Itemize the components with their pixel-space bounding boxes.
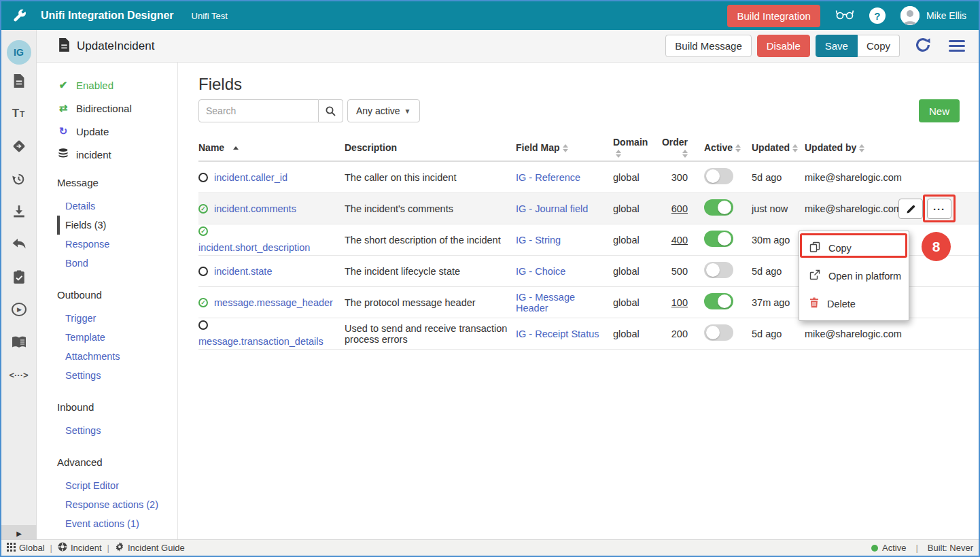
play-icon[interactable]: ▶ xyxy=(1,293,37,326)
field-map-link[interactable]: IG - Choice xyxy=(516,266,565,277)
field-updated: 5d ago xyxy=(752,328,805,339)
active-toggle[interactable] xyxy=(704,231,733,247)
ellipsis-icon[interactable]: ··· xyxy=(927,199,951,219)
section-title: Outbound xyxy=(57,289,177,301)
table-row[interactable]: incident.caller_id The caller on this in… xyxy=(198,162,980,193)
avatar-icon[interactable] xyxy=(900,6,920,25)
col-active[interactable]: Active xyxy=(704,142,752,153)
section-title: Inbound xyxy=(57,401,177,413)
col-domain[interactable]: Domain xyxy=(613,137,661,158)
file-icon[interactable] xyxy=(1,65,37,97)
sidebar-item-response-actions[interactable]: Response actions (2) xyxy=(57,495,177,514)
field-updated: 37m ago xyxy=(752,297,805,308)
user-name[interactable]: Mike Ellis xyxy=(926,10,966,21)
sidebar-item-details[interactable]: Details xyxy=(57,197,177,216)
menu-icon[interactable] xyxy=(946,35,968,57)
sidebar-item-event-actions[interactable]: Event actions (1) xyxy=(57,514,177,533)
field-description: Used to send and receive transaction pro… xyxy=(345,323,516,345)
copy-button[interactable]: Copy xyxy=(858,35,900,57)
active-toggle[interactable] xyxy=(704,168,733,184)
clipboard-check-icon[interactable] xyxy=(1,260,37,293)
section-title: Message xyxy=(57,177,177,188)
col-name[interactable]: Name xyxy=(198,142,345,153)
field-order: 600 xyxy=(671,203,688,214)
help-icon[interactable]: ? xyxy=(869,7,886,24)
statusbar-global[interactable]: Global xyxy=(7,543,45,554)
field-status-icon xyxy=(198,320,208,330)
field-map-link[interactable]: IG - Receipt Status xyxy=(516,328,599,339)
new-button[interactable]: New xyxy=(919,99,960,122)
col-order[interactable]: Order xyxy=(661,137,704,158)
book-icon[interactable] xyxy=(1,326,37,358)
sidebar-item-incident: incident xyxy=(57,148,177,161)
table-row[interactable]: message.transaction_details Used to send… xyxy=(198,318,980,350)
field-map-link[interactable]: IG - Journal field xyxy=(516,203,588,214)
filter-label: Any active xyxy=(356,105,400,116)
build-message-button[interactable]: Build Message xyxy=(665,35,751,57)
reply-icon[interactable] xyxy=(1,228,37,260)
field-name-link[interactable]: incident.comments xyxy=(214,203,296,214)
field-order: 500 xyxy=(671,266,688,277)
field-name-link[interactable]: message.transaction_details xyxy=(198,336,323,347)
sidebar-item-inbound-settings[interactable]: Settings xyxy=(57,421,177,440)
edit-pencil-icon[interactable] xyxy=(898,199,923,219)
disable-button[interactable]: Disable xyxy=(757,35,810,57)
field-status-icon xyxy=(198,298,208,307)
statusbar-incident[interactable]: Incident xyxy=(58,542,102,554)
sidebar-item-bond[interactable]: Bond xyxy=(57,254,177,273)
sidebar-item-fields[interactable]: Fields (3) xyxy=(57,216,177,235)
enabled-label: Enabled xyxy=(76,80,113,91)
sidebar-item-template[interactable]: Template xyxy=(57,328,177,347)
active-toggle[interactable] xyxy=(704,199,733,216)
database-icon xyxy=(57,148,69,161)
active-filter-dropdown[interactable]: Any active ▼ xyxy=(347,99,420,122)
sidebar-item-update: ↻ Update xyxy=(57,125,177,137)
active-toggle[interactable] xyxy=(704,293,733,309)
field-description: The incident's comments xyxy=(345,203,516,214)
sidebar-item-trigger[interactable]: Trigger xyxy=(57,309,177,328)
active-toggle[interactable] xyxy=(704,262,733,278)
field-domain: global xyxy=(613,266,661,277)
statusbar-label: Incident xyxy=(71,543,102,553)
sidebar-item-outbound-settings[interactable]: Settings xyxy=(57,366,177,385)
field-name-link[interactable]: incident.state xyxy=(214,266,272,277)
field-status-icon xyxy=(198,173,208,182)
field-map-link[interactable]: IG - Reference xyxy=(516,172,580,183)
field-name-link[interactable]: incident.caller_id xyxy=(214,172,287,183)
send-icon[interactable] xyxy=(1,130,37,163)
menu-item-open-in-platform[interactable]: Open in platform xyxy=(799,262,909,290)
search-input[interactable] xyxy=(198,99,319,122)
integration-avatar[interactable]: IG xyxy=(7,40,31,65)
field-map-link[interactable]: IG - Message Header xyxy=(516,292,575,314)
refresh-icon[interactable] xyxy=(912,34,934,58)
sidebar-item-bidirectional: ⇄ Bidirectional xyxy=(57,102,177,114)
build-integration-button[interactable]: Build Integration xyxy=(727,5,820,27)
list-controls: Any active ▼ New xyxy=(198,99,960,122)
col-updated-by[interactable]: Updated by xyxy=(805,142,927,153)
menu-item-copy[interactable]: Copy xyxy=(799,234,909,262)
col-field-map[interactable]: Field Map xyxy=(516,142,613,153)
sidebar-item-response[interactable]: Response xyxy=(57,235,177,254)
menu-item-delete[interactable]: Delete xyxy=(799,290,909,318)
sidebar-item-script-editor[interactable]: Script Editor xyxy=(57,476,177,495)
field-name-link[interactable]: incident.short_description xyxy=(198,242,310,253)
sidebar-item-attachments[interactable]: Attachments xyxy=(57,347,177,366)
history-icon[interactable] xyxy=(1,163,37,195)
field-name-link[interactable]: message.message_header xyxy=(214,297,333,308)
col-updated[interactable]: Updated xyxy=(752,142,805,153)
glasses-icon[interactable] xyxy=(835,9,854,23)
statusbar-incident-guide[interactable]: Incident Guide xyxy=(115,542,185,554)
field-order: 100 xyxy=(671,297,688,308)
menu-item-label: Copy xyxy=(828,243,852,254)
text-icon[interactable]: TT xyxy=(1,97,37,130)
active-toggle[interactable] xyxy=(704,324,733,341)
field-updated: 5d ago xyxy=(752,172,805,183)
col-description[interactable]: Description xyxy=(345,142,516,153)
incident-label: incident xyxy=(76,149,111,161)
save-button[interactable]: Save xyxy=(816,35,858,57)
code-icon[interactable]: <···> xyxy=(1,358,37,391)
field-map-link[interactable]: IG - String xyxy=(516,235,561,246)
search-icon[interactable] xyxy=(319,99,343,122)
download-icon[interactable] xyxy=(1,195,37,228)
table-row[interactable]: incident.comments The incident's comment… xyxy=(198,193,980,224)
